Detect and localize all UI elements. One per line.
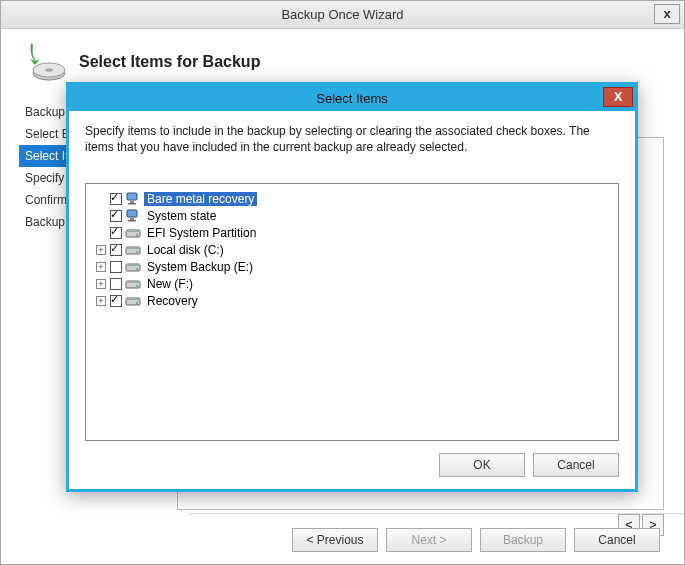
tree-item[interactable]: System state	[90, 207, 614, 224]
svg-rect-16	[126, 264, 140, 266]
expand-icon[interactable]: +	[96, 262, 106, 272]
item-label[interactable]: Bare metal recovery	[144, 192, 257, 206]
dialog-title: Select Items	[316, 91, 388, 106]
svg-rect-13	[126, 247, 140, 249]
dialog-button-row: OK Cancel	[439, 453, 619, 477]
tree-item[interactable]: +New (F:)	[90, 275, 614, 292]
dialog-close-button[interactable]: X	[603, 87, 633, 107]
svg-rect-19	[126, 281, 140, 283]
ok-button[interactable]: OK	[439, 453, 525, 477]
wizard-title: Backup Once Wizard	[281, 7, 403, 22]
tree-item[interactable]: +Recovery	[90, 292, 614, 309]
item-label[interactable]: Local disk (C:)	[144, 243, 227, 257]
backup-button[interactable]: Backup	[480, 528, 566, 552]
svg-rect-7	[130, 218, 134, 220]
expand-spacer	[96, 228, 106, 238]
svg-point-20	[136, 285, 138, 287]
item-checkbox[interactable]	[110, 227, 122, 239]
expand-spacer	[96, 194, 106, 204]
select-items-dialog: Select Items X Specify items to include …	[66, 82, 638, 492]
svg-rect-5	[128, 203, 136, 205]
next-button[interactable]: Next >	[386, 528, 472, 552]
tree-item[interactable]: EFI System Partition	[90, 224, 614, 241]
item-label[interactable]: Recovery	[144, 294, 201, 308]
previous-button[interactable]: < Previous	[292, 528, 378, 552]
svg-point-2	[45, 68, 53, 72]
tree-item[interactable]: +System Backup (E:)	[90, 258, 614, 275]
dialog-instructions: Specify items to include in the backup b…	[85, 123, 619, 155]
svg-rect-8	[128, 220, 136, 222]
items-tree[interactable]: Bare metal recoverySystem stateEFI Syste…	[85, 183, 619, 441]
svg-point-23	[136, 302, 138, 304]
expand-icon[interactable]: +	[96, 296, 106, 306]
wizard-button-row: < Previous Next > Backup Cancel	[189, 513, 684, 552]
item-checkbox[interactable]	[110, 295, 122, 307]
tree-item[interactable]: Bare metal recovery	[90, 190, 614, 207]
computer-icon	[125, 192, 141, 206]
wizard-close-button[interactable]: x	[654, 4, 680, 24]
backup-icon	[21, 39, 67, 85]
drive-icon	[125, 260, 141, 274]
item-checkbox[interactable]	[110, 193, 122, 205]
item-checkbox[interactable]	[110, 261, 122, 273]
wizard-titlebar: Backup Once Wizard x	[1, 1, 684, 29]
item-checkbox[interactable]	[110, 244, 122, 256]
svg-rect-6	[127, 210, 137, 217]
dialog-titlebar: Select Items X	[69, 85, 635, 111]
item-label[interactable]: New (F:)	[144, 277, 196, 291]
svg-rect-22	[126, 298, 140, 300]
svg-point-17	[136, 268, 138, 270]
expand-spacer	[96, 211, 106, 221]
tree-item[interactable]: +Local disk (C:)	[90, 241, 614, 258]
item-checkbox[interactable]	[110, 278, 122, 290]
svg-rect-10	[126, 230, 140, 232]
item-label[interactable]: System state	[144, 209, 219, 223]
item-checkbox[interactable]	[110, 210, 122, 222]
computer-icon	[125, 209, 141, 223]
drive-icon	[125, 277, 141, 291]
svg-point-11	[136, 234, 138, 236]
item-label[interactable]: System Backup (E:)	[144, 260, 256, 274]
item-label[interactable]: EFI System Partition	[144, 226, 259, 240]
svg-rect-4	[130, 201, 134, 203]
expand-icon[interactable]: +	[96, 245, 106, 255]
svg-rect-3	[127, 193, 137, 200]
drive-icon	[125, 294, 141, 308]
dialog-body: Specify items to include in the backup b…	[69, 111, 635, 489]
drive-icon	[125, 243, 141, 257]
dialog-cancel-button[interactable]: Cancel	[533, 453, 619, 477]
svg-point-14	[136, 251, 138, 253]
drive-icon	[125, 226, 141, 240]
wizard-heading: Select Items for Backup	[79, 53, 260, 71]
cancel-button[interactable]: Cancel	[574, 528, 660, 552]
expand-icon[interactable]: +	[96, 279, 106, 289]
